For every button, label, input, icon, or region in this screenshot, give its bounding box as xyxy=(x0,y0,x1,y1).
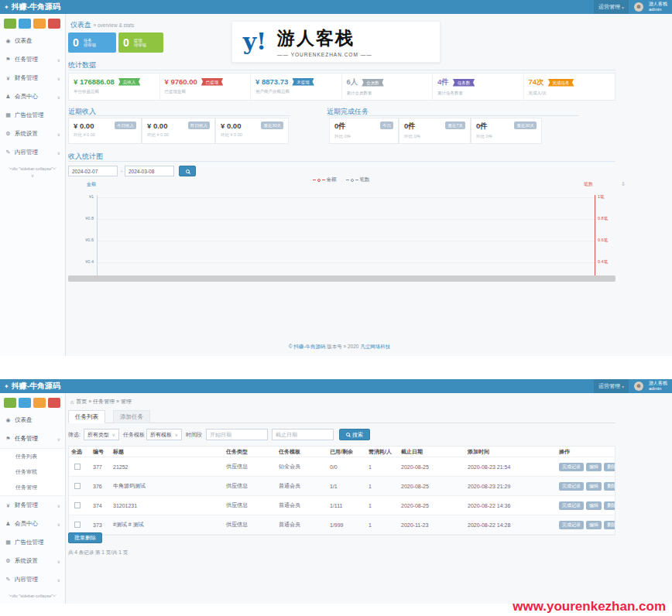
period-badge: 今日收入 xyxy=(115,121,136,129)
row-checkbox[interactable] xyxy=(74,483,81,489)
tile-blue[interactable] xyxy=(19,19,31,29)
sidebar-item-finance[interactable]: ¥ 财务管理 ∨ xyxy=(0,69,65,87)
edit-button[interactable]: 编辑 xyxy=(586,482,602,491)
top-navbar: ✦ 抖赚-牛角源码 运营管理 ▾ ☻ 游人客栈 admin xyxy=(0,0,672,14)
home-icon: ⌂ xyxy=(70,399,74,405)
row-checkbox[interactable] xyxy=(74,464,81,470)
template-select[interactable]: 所有模板 ∨ xyxy=(146,429,182,440)
app-brand[interactable]: ✦ 抖赚-牛角源码 xyxy=(0,2,60,12)
row-checkbox[interactable] xyxy=(74,502,81,508)
sidebar-item-tasks[interactable]: ⚑ 任务管理 ∨ xyxy=(0,50,65,69)
template-label: 任务模板 xyxy=(123,431,145,439)
search-icon xyxy=(346,433,350,436)
save-image-icon[interactable]: ⇩ xyxy=(621,181,626,187)
nav-user-role: admin xyxy=(649,7,667,12)
sidebar-item-dashboard[interactable]: ◉ 仪表盘 xyxy=(0,32,65,50)
tile-green[interactable] xyxy=(4,19,16,29)
type-select[interactable]: 所有类型 ∨ xyxy=(84,429,119,440)
sidebar-item-settings[interactable]: ⚙ 系统设置 ∨ xyxy=(0,552,65,570)
tab-task-list[interactable]: 任务列表 xyxy=(68,410,105,423)
search-button[interactable]: 搜索 xyxy=(339,429,370,440)
chevron-down-icon: ∨ xyxy=(0,173,65,178)
sidebar-item-members[interactable]: ♟ 会员中心 ∨ xyxy=(0,87,65,106)
complete-records-button[interactable]: 完成记录 xyxy=(559,463,584,471)
income-card-30days: ¥ 0.00最近30天 环比 ¥ 0.00 xyxy=(215,118,289,144)
complete-records-button[interactable]: 完成记录 xyxy=(559,482,584,491)
legend-marker-icon xyxy=(317,179,321,182)
avatar[interactable]: ☻ xyxy=(634,2,643,12)
nav-operations-menu[interactable]: 运营管理 ▾ xyxy=(594,0,629,14)
breadcrumb: ⌂ 首页 » 任务管理 » 管理 xyxy=(70,398,132,406)
divider xyxy=(68,161,615,162)
tile-red[interactable] xyxy=(48,398,60,408)
footer-company-link[interactable]: 凡尘网络科技 xyxy=(360,344,390,349)
delete-button[interactable]: 删除 xyxy=(604,463,615,471)
brand-title: 抖赚-牛角源码 xyxy=(12,2,60,12)
start-date-input[interactable] xyxy=(206,429,268,440)
table-row: 376 牛角源码测试 供应信息 普通会员 1/1 1 2020-08-25 20… xyxy=(69,477,615,496)
member-icon: ♟ xyxy=(5,521,12,527)
app-brand[interactable]: ✦ 抖赚-牛角源码 xyxy=(0,381,60,392)
sidebar-item-finance[interactable]: ¥ 财务管理 ∨ xyxy=(0,496,65,515)
nav-operations-menu[interactable]: 运营管理 ▾ xyxy=(594,379,629,393)
end-date-input[interactable] xyxy=(272,429,334,440)
tab-add-task[interactable]: 添加任务 xyxy=(113,410,150,423)
date-from-input[interactable] xyxy=(68,166,118,176)
nav-user-info[interactable]: 游人客栈 admin xyxy=(649,381,667,392)
ads-icon: ▦ xyxy=(5,539,12,546)
task-card-30days: 0件最近30天 环比 0件 xyxy=(471,118,542,144)
edit-button[interactable]: 编辑 xyxy=(586,521,602,529)
sidebar-item-dashboard[interactable]: ◉ 仪表盘 xyxy=(0,411,65,429)
submenu-task-list[interactable]: 任务列表 xyxy=(0,449,65,464)
tile-yellow[interactable] xyxy=(33,398,46,408)
content-icon: ✎ xyxy=(5,149,12,156)
tile-blue[interactable] xyxy=(19,398,31,408)
sidebar-item-ads[interactable]: ▦ 广告位管理 xyxy=(0,533,65,552)
legend-amount[interactable]: 金额 xyxy=(313,176,337,183)
row-checkbox[interactable] xyxy=(74,522,81,528)
complete-records-button[interactable]: 完成记录 xyxy=(559,501,584,510)
delete-button[interactable]: 删除 xyxy=(604,521,615,529)
chart-scrollbar[interactable] xyxy=(68,275,615,282)
chevron-down-icon: ∨ xyxy=(57,57,60,63)
edit-button[interactable]: 编辑 xyxy=(586,501,602,510)
legend-count[interactable]: 笔数 xyxy=(346,176,370,183)
delete-button[interactable]: 删除 xyxy=(604,482,615,491)
complete-records-button[interactable]: 完成记录 xyxy=(559,521,584,529)
nav-user-info[interactable]: 游人客栈 admin xyxy=(649,2,667,12)
tile-yellow[interactable] xyxy=(33,19,46,29)
top-navbar: ✦ 抖赚-牛角源码 运营管理 ▾ ☻ 游人客栈 admin xyxy=(0,379,672,393)
footer-brand-link[interactable]: © 抖赚-牛角源码 xyxy=(289,344,326,349)
ribbon-badge: 已提现 xyxy=(201,78,224,86)
sidebar-raw-text: '<div "sidebar-collapse">' xyxy=(0,589,65,600)
period-badge: 今日 xyxy=(380,121,393,129)
sidebar-item-ads[interactable]: ▦ 广告位管理 xyxy=(0,106,65,125)
pending-withdraw-infobox[interactable]: 0 提现 待审核 xyxy=(118,33,163,53)
sidebar-item-tasks-active[interactable]: ⚑ 任务管理 ∨ xyxy=(0,429,65,448)
date-to-input[interactable] xyxy=(125,166,174,176)
edit-button[interactable]: 编辑 xyxy=(586,463,602,471)
sidebar-item-members[interactable]: ♟ 会员中心 ∨ xyxy=(0,515,65,533)
chevron-down-icon: ∨ xyxy=(57,522,60,527)
income-chart: 金额 笔数 金额 笔数 ⇩ ¥1 ¥0.8 ¥0.6 ¥0.4 1笔 0.8笔 … xyxy=(68,178,637,286)
tile-red[interactable] xyxy=(48,19,60,29)
delete-button[interactable]: 删除 xyxy=(604,501,615,510)
sidebar-item-content[interactable]: ✎ 内容管理 ∨ xyxy=(0,143,65,162)
pending-task-infobox[interactable]: 0 任务 待审核 xyxy=(68,33,116,53)
caret-down-icon: ▾ xyxy=(622,5,624,10)
tile-green[interactable] xyxy=(4,398,16,408)
sidebar-item-content[interactable]: ✎ 内容管理 ∨ xyxy=(0,570,65,589)
sidebar-item-settings[interactable]: ⚙ 系统设置 ∨ xyxy=(0,125,65,143)
task-card-7days: 0件最近7天 环比 0件 xyxy=(399,118,471,144)
stat-tasks: 4件任务数 累计任务数量 xyxy=(433,74,524,100)
batch-delete-button[interactable]: 批量删除 xyxy=(68,532,102,543)
submenu-task-manage[interactable]: 任务管理 xyxy=(0,480,65,495)
caret-down-icon: ∨ xyxy=(112,432,115,437)
nav-user-name: 游人客栈 xyxy=(649,381,667,386)
nav-user-name: 游人客栈 xyxy=(649,2,667,7)
period-badge: 最近30天 xyxy=(514,121,537,129)
avatar[interactable]: ☻ xyxy=(634,382,643,391)
chart-search-button[interactable] xyxy=(179,166,196,176)
submenu-task-review[interactable]: 任务审核 xyxy=(0,464,65,480)
chevron-down-icon: ∨ xyxy=(57,559,60,564)
